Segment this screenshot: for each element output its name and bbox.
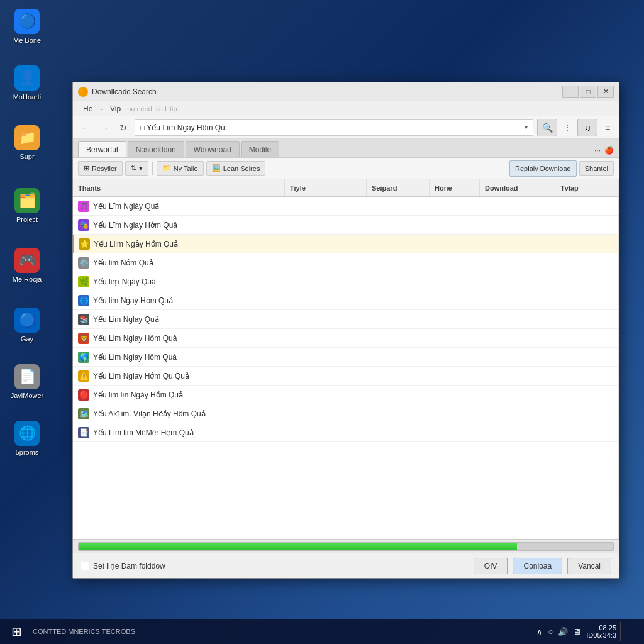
icon-label-2: MoHoarti xyxy=(13,93,42,101)
icon-doc: 📄 xyxy=(14,364,40,389)
taskbar-icons: ∧ ○ 🔊 🖥 xyxy=(531,627,586,636)
taskbar-monitor-icon[interactable]: 🖥 xyxy=(573,627,581,636)
file-icon-8: 🌎 xyxy=(78,352,89,363)
maximize-button[interactable]: □ xyxy=(580,86,596,98)
title-bar: 🔶 Downllcadc Search ─ □ ✕ xyxy=(73,82,619,101)
tab-modile[interactable]: Modile xyxy=(241,141,279,157)
table-row[interactable]: 🌿 Yếu liṃ Ngáy Quá xyxy=(73,272,618,291)
desktop-icon-4[interactable]: 🗂️ Project xyxy=(5,186,49,226)
table-row[interactable]: ⚠️ Yếu Lim Nglay Hớm Qu Quả xyxy=(73,367,618,386)
clock-time: 08.25 xyxy=(599,624,616,631)
table-row[interactable]: 🗺️ Yếu Akị̃ im. Vĩlạn Hẽầy Hôm Quả xyxy=(73,404,618,423)
icon-facebook: 🔵 xyxy=(14,9,40,34)
replay-download-button[interactable]: Replaly Download xyxy=(509,160,577,177)
start-button[interactable]: ⊞ xyxy=(5,620,28,643)
checkbox-label[interactable]: Set liṇe Dam folddow xyxy=(80,562,165,570)
desktop-icon-3[interactable]: 📁 Supr xyxy=(5,123,49,163)
close-button[interactable]: ✕ xyxy=(597,86,614,98)
taskbar: ⊞ CONTTED MNERICS TECROBS ∧ ○ 🔊 🖥 08.25 … xyxy=(0,619,644,644)
table-row[interactable]: 🎭 Yếu Lĩm Nglay Hớm Quâ xyxy=(73,216,618,235)
col-seipard[interactable]: Seipard xyxy=(367,179,430,196)
table-header: Thants Tiyle Seipard Hone Download Tvlap xyxy=(73,179,618,197)
table-row[interactable]: ⚙️ Yếu lim Nớm Quả xyxy=(73,253,618,272)
desktop-icon-5[interactable]: 🎮 Me Rocja xyxy=(5,245,49,286)
music-button[interactable]: ♫ xyxy=(577,119,597,136)
table-row[interactable]: 🌐 Yếu lim Ngay Hớm Quả xyxy=(73,291,618,310)
address-input[interactable]: □ Yếu Lĩm Ngày Hôm Qu ▾ xyxy=(135,119,533,136)
desktop-icon-6[interactable]: 🔵 Gay xyxy=(5,305,49,345)
file-icon-9: ⚠️ xyxy=(78,370,89,382)
table-row[interactable]: 📚 Yếu Lim Nglay Quả xyxy=(73,310,618,329)
tab-berworful[interactable]: Berworful xyxy=(78,141,126,157)
vancal-button[interactable]: Vancal xyxy=(567,558,611,574)
title-bar-buttons: ─ □ ✕ xyxy=(562,86,614,98)
lean-seires-button[interactable]: 🖼️ Lean Seires xyxy=(206,161,266,176)
sort-button[interactable]: ⇅ ▾ xyxy=(125,161,148,176)
desktop-icon-1[interactable]: 🔵 Me Bone xyxy=(5,6,49,47)
icon-az: 🔵 xyxy=(14,308,40,333)
icon-folder: 📁 xyxy=(14,125,40,150)
tab-nosoeldoon[interactable]: Nosoeldoon xyxy=(128,141,184,157)
oiv-button[interactable]: OIV xyxy=(474,558,508,574)
more-options-button[interactable]: ⋮ xyxy=(561,120,574,135)
back-button[interactable]: ← xyxy=(78,120,93,135)
sort-arrow: ▾ xyxy=(139,164,143,172)
progress-bar-fill xyxy=(79,543,517,550)
minimize-button[interactable]: ─ xyxy=(562,86,579,98)
col-thants[interactable]: Thants xyxy=(73,179,285,196)
show-desktop-button[interactable] xyxy=(620,622,639,641)
tabs-more-button[interactable]: ··· xyxy=(594,146,601,155)
icon-label-7: JaylMower xyxy=(11,392,44,399)
icon-label-1: Me Bone xyxy=(13,36,41,44)
taskbar-circle-icon[interactable]: ○ xyxy=(548,627,553,636)
menu-button[interactable]: ≡ xyxy=(601,120,614,135)
file-icon-0: 🎵 xyxy=(78,201,89,212)
icon-label-4: Project xyxy=(16,216,38,223)
col-tiyle[interactable]: Tiyle xyxy=(285,179,367,196)
taskbar-volume-icon[interactable]: 🔊 xyxy=(558,627,568,636)
table-row[interactable]: 📑 Yếu Lĩm lim MéMér Hẹm Quả xyxy=(73,423,618,442)
file-name-7: Yếu Lim Nglay Hồm Quâ xyxy=(93,334,177,343)
menu-separator-2: ou need .ile Htip. xyxy=(126,105,180,113)
menu-he[interactable]: He xyxy=(78,103,97,114)
shantel-button[interactable]: Shantel xyxy=(579,161,614,176)
toolbar-row: ⊞ Resyller ⇅ ▾ 📁 Ny Taile 🖼️ Lean Seires… xyxy=(73,158,619,179)
icon-label-6: Gay xyxy=(21,335,33,343)
resyller-button[interactable]: ⊞ Resyller xyxy=(78,161,123,176)
refresh-button[interactable]: ↻ xyxy=(116,120,131,135)
table-row[interactable]: 🎵 Yếu Lĩm Nglày Quả xyxy=(73,197,618,216)
address-text: □ Yếu Lĩm Ngày Hôm Qu xyxy=(140,123,225,132)
shantel-label: Shantel xyxy=(585,165,608,172)
forward-button[interactable]: → xyxy=(97,120,112,135)
menu-vip[interactable]: Vip xyxy=(105,103,126,114)
table-row[interactable]: ⭐ Yếu Llim Ngảy Hồm Quả xyxy=(73,235,618,253)
table-row[interactable]: 🌎 Yếu Lim Nglay Hôm Quá xyxy=(73,348,618,367)
table-row[interactable]: 🦁 Yếu Lim Nglay Hồm Quâ xyxy=(73,329,618,348)
search-button[interactable]: 🔍 xyxy=(537,119,557,136)
resyller-label: Resyller xyxy=(92,165,117,172)
file-name-10: Yếu lim lín Ngày Hồm Quả xyxy=(93,391,183,399)
col-hone[interactable]: Hone xyxy=(430,179,480,196)
conloaa-button[interactable]: Conloaa xyxy=(513,558,562,574)
desktop-icon-2[interactable]: 👤 MoHoarti xyxy=(5,63,49,103)
file-name-5: Yếu lim Ngay Hớm Quả xyxy=(93,296,173,305)
ny-taile-button[interactable]: 📁 Ny Taile xyxy=(157,161,204,176)
file-cell-9: ⚠️ Yếu Lim Nglay Hớm Qu Quả xyxy=(73,370,285,382)
window-icon: 🔶 xyxy=(78,87,88,97)
desktop-icon-7[interactable]: 📄 JaylMower xyxy=(5,362,49,402)
taskbar-caret-icon[interactable]: ∧ xyxy=(536,627,543,636)
file-icon-2: ⭐ xyxy=(79,238,90,250)
tab-wdownoad[interactable]: Wdownoad xyxy=(186,141,240,157)
menu-separator-1: - xyxy=(97,105,105,113)
file-name-1: Yếu Lĩm Nglay Hớm Quâ xyxy=(93,221,177,230)
table-row[interactable]: 🔴 Yếu lim lín Ngày Hồm Quả xyxy=(73,386,618,404)
desktop-icon-8[interactable]: 🌐 5proms xyxy=(5,418,49,458)
taskbar-text: CONTTED MNERICS TECROBS xyxy=(33,628,135,635)
taskbar-clock[interactable]: 08.25 ID05:34:3 xyxy=(586,624,616,639)
set-dam-checkbox[interactable] xyxy=(80,562,89,570)
dialog-window: 🔶 Downllcadc Search ─ □ ✕ He - Vip ou ne… xyxy=(72,82,619,579)
menu-bar: He - Vip ou need .ile Htip. xyxy=(73,101,619,116)
grid-icon: ⊞ xyxy=(84,164,89,172)
col-tvlap[interactable]: Tvlap xyxy=(555,179,618,196)
col-download[interactable]: Download xyxy=(480,179,555,196)
